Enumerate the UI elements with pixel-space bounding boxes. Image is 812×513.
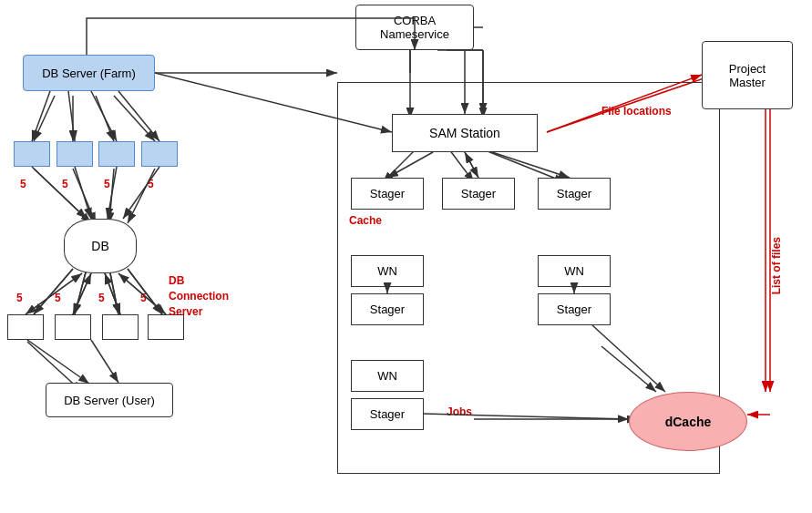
db-server-user-label: DB Server (User) [64,394,155,407]
svg-line-15 [73,169,96,223]
stager-1-label: Stager [370,187,405,200]
num5-farm-4: 5 [148,178,154,190]
stager-5-label: Stager [557,303,591,316]
svg-line-24 [109,269,118,314]
wn-3-label: WN [377,369,397,383]
svg-line-47 [108,167,117,219]
wn-3-box: WN [351,360,424,392]
wn-2-label: WN [564,264,584,278]
svg-line-53 [105,273,120,314]
farm-server-1 [14,141,50,167]
lower-box-3 [102,314,139,340]
dcache-box: dCache [629,392,747,451]
svg-line-41 [32,91,50,141]
num5-db-2: 5 [55,292,61,304]
farm-server-4 [141,141,178,167]
stager-6-label: Stager [370,407,405,421]
wn-2-box: WN [538,255,611,287]
list-of-files-label: List of files [770,237,783,294]
svg-line-59 [465,152,478,178]
svg-line-16 [109,169,114,223]
stager-3-box: Stager [538,178,611,210]
db-box: DB [64,219,137,273]
svg-line-27 [547,73,720,132]
lower-box-2 [55,314,91,340]
svg-line-52 [73,273,91,314]
stager-3-label: Stager [557,187,591,200]
svg-line-51 [73,273,91,314]
corba-label: CORBA Nameservice [380,14,449,41]
svg-line-22 [34,269,73,314]
svg-line-46 [75,167,91,219]
wn-1-label: WN [377,264,397,278]
svg-line-13 [114,96,155,141]
num5-db-1: 5 [16,292,23,304]
svg-line-49 [26,273,82,314]
svg-line-42 [68,91,75,141]
project-master-box: Project Master [702,41,793,109]
num5-farm-2: 5 [62,178,68,190]
stager-5-box: Stager [538,293,611,325]
dcache-label: dCache [665,415,712,429]
svg-line-66 [547,75,702,132]
corba-box: CORBA Nameservice [355,5,474,50]
svg-line-57 [91,340,118,383]
db-label: DB [91,239,108,253]
db-server-farm-box: DB Server (Farm) [23,55,155,91]
farm-server-3 [98,141,135,167]
svg-line-12 [96,96,114,141]
db-server-farm-label: DB Server (Farm) [42,67,136,80]
svg-line-61 [465,152,478,178]
svg-line-43 [91,91,117,141]
cache-label: Cache [349,214,382,227]
diagram: CORBA Nameservice DB Server (Farm) 5 5 5… [0,0,812,513]
stager-2-box: Stager [442,178,515,210]
svg-line-60 [492,152,570,178]
svg-line-44 [118,91,159,141]
svg-line-23 [75,269,87,314]
svg-line-65 [592,325,665,392]
svg-line-20 [109,269,118,314]
svg-line-18 [34,269,73,314]
project-master-label: Project Master [729,62,766,89]
db-connection-server-label: DB Connection Server [169,273,232,319]
svg-line-39 [155,73,392,132]
svg-line-35 [27,340,89,384]
num5-farm-3: 5 [104,178,110,190]
svg-line-45 [32,167,87,219]
file-locations-label: File locations [601,105,672,118]
svg-line-58 [387,152,433,178]
sam-station-label: SAM Station [429,126,500,140]
num5-db-3: 5 [98,292,105,304]
stager-4-label: Stager [370,303,405,316]
lower-box-1 [7,314,44,340]
wn-1-box: WN [351,255,424,287]
num5-farm-1: 5 [20,178,26,190]
svg-line-50 [26,273,82,314]
stager-2-label: Stager [461,187,496,200]
svg-line-30 [601,346,656,392]
svg-line-48 [123,167,159,219]
stager-6-box: Stager [351,398,424,430]
sam-station-box: SAM Station [392,114,538,152]
stager-4-box: Stager [351,293,424,325]
svg-line-17 [128,169,155,223]
farm-server-2 [57,141,93,167]
db-server-user-box: DB Server (User) [46,383,173,417]
svg-line-14 [34,169,91,223]
svg-line-10 [34,96,55,141]
svg-line-19 [75,269,87,314]
num5-db-4: 5 [140,292,147,304]
stager-1-box: Stager [351,178,424,210]
svg-line-54 [105,273,120,314]
jobs-label: Jobs [447,405,472,418]
